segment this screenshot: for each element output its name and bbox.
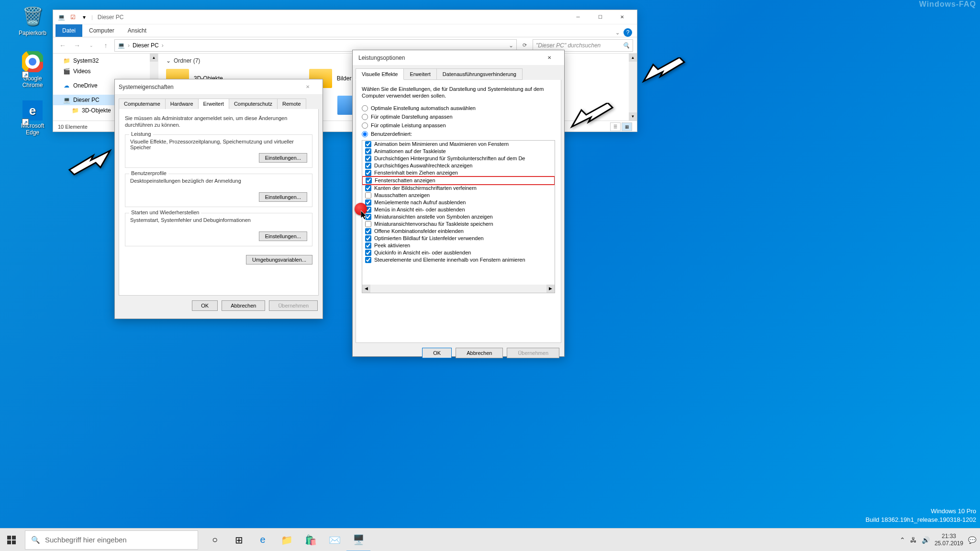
startup-settings-button[interactable]: Einstellungen... — [259, 231, 307, 241]
scroll-track[interactable] — [370, 285, 546, 293]
tab-advanced[interactable]: Erweitert — [403, 68, 436, 80]
tab-dep[interactable]: Datenausführungsverhinderung — [436, 68, 523, 80]
env-vars-button[interactable]: Umgebungsvariablen... — [246, 255, 312, 264]
effect-item[interactable]: Menüelemente nach Aufruf ausblenden — [362, 199, 555, 206]
taskbar-search[interactable]: 🔍 Suchbegriff hier eingeben — [25, 530, 198, 550]
effect-item[interactable]: Animationen auf der Taskleiste — [362, 148, 555, 155]
minimize-button[interactable]: ─ — [567, 10, 589, 24]
effect-item[interactable]: Fensterinhalt beim Ziehen anzeigen — [362, 169, 555, 176]
desktop-icon-recycle-bin[interactable]: 🗑️ Papierkorb — [14, 5, 51, 36]
taskbar-edge[interactable]: e — [251, 529, 275, 551]
radio-best-performance[interactable]: Für optimale Leistung anpassen — [362, 122, 555, 129]
tab-computername[interactable]: Computername — [119, 99, 166, 109]
effect-checkbox[interactable] — [365, 242, 371, 249]
taskbar-explorer[interactable]: 📁 — [275, 529, 299, 551]
nav-back-button[interactable]: ← — [57, 40, 68, 51]
effect-item[interactable]: Steuerelemente und Elemente innerhalb vo… — [362, 256, 555, 264]
close-button[interactable]: ✕ — [611, 10, 633, 24]
action-center-button[interactable]: 💬 — [968, 536, 976, 544]
scroll-up-button[interactable]: ▲ — [150, 54, 158, 62]
dialog-title-bar[interactable]: Systemeigenschaften ✕ — [115, 79, 323, 95]
ok-button[interactable]: OK — [422, 348, 452, 358]
address-dropdown-icon[interactable]: ⌄ — [509, 42, 513, 49]
tab-systemprotection[interactable]: Computerschutz — [229, 99, 278, 109]
volume-icon[interactable]: 🔊 — [922, 536, 930, 544]
help-icon[interactable]: ? — [624, 28, 632, 37]
task-view-button[interactable]: ⊞ — [227, 529, 251, 551]
taskbar-app[interactable]: 🖥️ — [346, 529, 370, 551]
taskbar-mail[interactable]: ✉️ — [323, 529, 346, 551]
effect-item[interactable]: Durchsichtigen Hintergrund für Symbolunt… — [362, 155, 555, 162]
cancel-button[interactable]: Abbrechen — [456, 348, 503, 358]
apply-button[interactable]: Übernehmen — [269, 300, 318, 311]
effect-item[interactable]: Menüs in Ansicht ein- oder ausblenden — [362, 206, 555, 213]
effect-item[interactable]: Kanten der Bildschirmschriftarten verfei… — [362, 185, 555, 192]
taskbar-store[interactable]: 🛍️ — [299, 529, 323, 551]
effect-item[interactable]: Quickinfo in Ansicht ein- oder ausblende… — [362, 249, 555, 256]
dialog-title-bar[interactable]: Leistungsoptionen ✕ — [353, 50, 564, 66]
start-button[interactable] — [0, 529, 23, 551]
close-button[interactable]: ✕ — [297, 80, 319, 94]
properties-icon[interactable]: ☑ — [68, 13, 77, 22]
scroll-left-button[interactable]: ◀ — [362, 285, 370, 293]
effect-item[interactable]: Peek aktivieren — [362, 242, 555, 249]
radio-best-appearance[interactable]: Für optimale Darstellung anpassen — [362, 114, 555, 120]
refresh-button[interactable]: ⟳ — [520, 42, 530, 48]
effect-checkbox[interactable] — [365, 228, 371, 234]
tab-hardware[interactable]: Hardware — [165, 99, 199, 109]
close-button[interactable]: ✕ — [538, 51, 560, 65]
effect-item[interactable]: Optimierten Bildlauf für Listenfelder ve… — [362, 235, 555, 242]
scroll-right-button[interactable]: ▶ — [546, 285, 555, 293]
profiles-settings-button[interactable]: Einstellungen... — [259, 192, 307, 202]
nav-forward-button[interactable]: → — [71, 40, 83, 51]
nav-up-button[interactable]: ↑ — [100, 40, 111, 51]
tray-overflow-button[interactable]: ⌃ — [900, 536, 905, 544]
effect-checkbox[interactable] — [365, 199, 371, 206]
apply-button[interactable]: Übernehmen — [507, 348, 559, 358]
effect-checkbox[interactable] — [365, 170, 371, 176]
desktop-icon-edge[interactable]: e ↗ Microsoft Edge — [14, 100, 51, 136]
ribbon-tab-file[interactable]: Datei — [56, 24, 82, 37]
ok-button[interactable]: OK — [192, 300, 218, 311]
desktop-icon-chrome[interactable]: ↗ Google Chrome — [14, 50, 51, 88]
effect-checkbox[interactable] — [365, 163, 371, 169]
qat-dropdown-icon[interactable]: ▾ — [80, 13, 89, 22]
effect-item[interactable]: Mausschatten anzeigen — [362, 192, 555, 199]
effect-checkbox[interactable] — [365, 185, 371, 191]
scroll-down-button[interactable]: ▼ — [629, 112, 637, 121]
perf-settings-button[interactable]: Einstellungen... — [259, 153, 307, 163]
effect-checkbox[interactable] — [365, 250, 371, 256]
network-icon[interactable]: 🖧 — [910, 536, 917, 544]
explorer-title-bar[interactable]: 💻 ☑ ▾ | Dieser PC ─ ☐ ✕ — [53, 10, 637, 24]
effect-item[interactable]: Durchsichtiges Auswahlrechteck anzeigen — [362, 162, 555, 169]
effect-item[interactable]: Fensterschatten anzeigen — [362, 176, 555, 185]
tab-advanced[interactable]: Erweitert — [198, 99, 229, 109]
tab-visual-effects[interactable]: Visuelle Effekte — [356, 68, 404, 80]
effect-checkbox[interactable] — [365, 155, 371, 162]
effects-list[interactable]: Animation beim Minimieren und Maximieren… — [362, 140, 555, 293]
effect-item[interactable]: Animation beim Minimieren und Maximieren… — [362, 141, 555, 148]
effect-checkbox[interactable] — [365, 148, 371, 154]
radio-custom[interactable]: Benutzerdefiniert: — [362, 131, 555, 137]
radio-auto[interactable]: Optimale Einstellung automatisch auswähl… — [362, 105, 555, 111]
scroll-up-button[interactable]: ▲ — [629, 54, 637, 62]
cortana-button[interactable]: ○ — [203, 529, 227, 551]
clock[interactable]: 21:33 25.07.2019 — [935, 533, 963, 547]
cancel-button[interactable]: Abbrechen — [222, 300, 265, 311]
horizontal-scrollbar[interactable]: ◀ ▶ — [362, 285, 555, 293]
ribbon-tab-computer[interactable]: Computer — [82, 24, 121, 37]
content-scrollbar[interactable]: ▲ ▼ — [629, 54, 637, 121]
effect-item[interactable]: Miniaturansichtenvorschau für Taskleiste… — [362, 220, 555, 228]
search-icon[interactable]: 🔍 — [623, 42, 630, 49]
tree-item-videos[interactable]: 🎬Videos — [53, 66, 158, 77]
breadcrumb[interactable]: Dieser PC — [133, 42, 159, 49]
ribbon-expand-icon[interactable]: ⌄ — [615, 30, 620, 36]
nav-dropdown-button[interactable]: ⌄ — [86, 40, 97, 51]
effect-item[interactable]: Offene Kombinationsfelder einblenden — [362, 228, 555, 235]
view-large-button[interactable]: ▦ — [622, 122, 632, 131]
effect-checkbox[interactable] — [365, 141, 371, 147]
tab-remote[interactable]: Remote — [277, 99, 306, 109]
effect-item[interactable]: Miniaturansichten anstelle von Symbolen … — [362, 213, 555, 220]
effect-checkbox[interactable] — [366, 177, 372, 184]
tree-item-system32[interactable]: 📁System32 — [53, 55, 158, 66]
